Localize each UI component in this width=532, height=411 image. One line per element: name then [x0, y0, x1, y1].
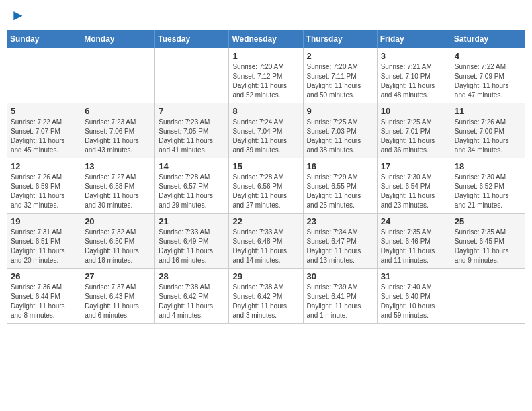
day-number: 9	[307, 106, 373, 116]
day-info: Sunrise: 7:28 AMSunset: 6:56 PMDaylight:…	[232, 173, 299, 210]
calendar-cell: 2Sunrise: 7:20 AMSunset: 7:11 PMDaylight…	[303, 48, 377, 103]
day-info: Sunrise: 7:24 AMSunset: 7:04 PMDaylight:…	[232, 118, 299, 155]
day-header-tuesday: Tuesday	[155, 30, 229, 48]
day-info: Sunrise: 7:26 AMSunset: 7:00 PMDaylight:…	[455, 118, 521, 155]
calendar-cell: 17Sunrise: 7:30 AMSunset: 6:54 PMDayligh…	[377, 158, 451, 214]
calendar-cell: 31Sunrise: 7:40 AMSunset: 6:40 PMDayligh…	[377, 269, 451, 324]
day-header-wednesday: Wednesday	[229, 30, 303, 48]
calendar-cell	[81, 48, 155, 103]
day-info: Sunrise: 7:20 AMSunset: 7:12 PMDaylight:…	[232, 62, 299, 100]
calendar-cell: 24Sunrise: 7:35 AMSunset: 6:46 PMDayligh…	[377, 214, 451, 269]
day-number: 16	[307, 161, 373, 171]
day-info: Sunrise: 7:35 AMSunset: 6:45 PMDaylight:…	[455, 228, 521, 265]
day-header-sunday: Sunday	[7, 30, 81, 48]
calendar-cell: 8Sunrise: 7:24 AMSunset: 7:04 PMDaylight…	[229, 103, 303, 158]
day-info: Sunrise: 7:29 AMSunset: 6:55 PMDaylight:…	[307, 173, 373, 210]
day-number: 21	[159, 216, 225, 226]
calendar-cell: 5Sunrise: 7:22 AMSunset: 7:07 PMDaylight…	[7, 103, 81, 158]
calendar-cell: 3Sunrise: 7:21 AMSunset: 7:10 PMDaylight…	[377, 48, 451, 103]
calendar-cell: 21Sunrise: 7:33 AMSunset: 6:49 PMDayligh…	[155, 214, 229, 269]
day-header-friday: Friday	[377, 30, 451, 48]
day-info: Sunrise: 7:22 AMSunset: 7:09 PMDaylight:…	[455, 62, 521, 100]
calendar-cell: 6Sunrise: 7:23 AMSunset: 7:06 PMDaylight…	[81, 103, 155, 158]
day-number: 29	[232, 271, 299, 281]
calendar-cell	[155, 48, 229, 103]
header: ►	[7, 7, 525, 24]
day-info: Sunrise: 7:40 AMSunset: 6:40 PMDaylight:…	[381, 283, 447, 320]
calendar-cell: 9Sunrise: 7:25 AMSunset: 7:03 PMDaylight…	[303, 103, 377, 158]
day-info: Sunrise: 7:37 AMSunset: 6:43 PMDaylight:…	[85, 283, 151, 320]
day-number: 15	[232, 161, 299, 171]
calendar-cell: 22Sunrise: 7:33 AMSunset: 6:48 PMDayligh…	[229, 214, 303, 269]
day-info: Sunrise: 7:33 AMSunset: 6:48 PMDaylight:…	[232, 228, 299, 265]
day-number: 24	[381, 216, 447, 226]
calendar-table: SundayMondayTuesdayWednesdayThursdayFrid…	[7, 30, 525, 324]
day-number: 5	[11, 106, 77, 116]
day-number: 20	[85, 216, 151, 226]
calendar-cell: 25Sunrise: 7:35 AMSunset: 6:45 PMDayligh…	[451, 214, 525, 269]
day-number: 27	[85, 271, 151, 281]
day-number: 22	[232, 216, 299, 226]
day-info: Sunrise: 7:23 AMSunset: 7:05 PMDaylight:…	[159, 118, 225, 155]
day-info: Sunrise: 7:34 AMSunset: 6:47 PMDaylight:…	[307, 228, 373, 265]
day-number: 8	[232, 106, 299, 116]
calendar-cell: 16Sunrise: 7:29 AMSunset: 6:55 PMDayligh…	[303, 158, 377, 214]
day-header-monday: Monday	[81, 30, 155, 48]
calendar-cell	[451, 269, 525, 324]
day-number: 28	[159, 271, 225, 281]
calendar-cell: 10Sunrise: 7:25 AMSunset: 7:01 PMDayligh…	[377, 103, 451, 158]
day-number: 12	[11, 161, 77, 171]
calendar-cell: 13Sunrise: 7:27 AMSunset: 6:58 PMDayligh…	[81, 158, 155, 214]
day-number: 4	[455, 51, 521, 61]
day-number: 1	[232, 51, 299, 61]
day-info: Sunrise: 7:22 AMSunset: 7:07 PMDaylight:…	[11, 118, 77, 155]
logo-icon: ►	[11, 7, 26, 24]
day-number: 30	[307, 271, 373, 281]
day-info: Sunrise: 7:30 AMSunset: 6:52 PMDaylight:…	[455, 173, 521, 210]
day-number: 7	[159, 106, 225, 116]
day-number: 26	[11, 271, 77, 281]
day-number: 14	[159, 161, 225, 171]
day-info: Sunrise: 7:36 AMSunset: 6:44 PMDaylight:…	[11, 283, 77, 320]
calendar-cell: 15Sunrise: 7:28 AMSunset: 6:56 PMDayligh…	[229, 158, 303, 214]
logo: ►	[9, 7, 26, 24]
day-info: Sunrise: 7:39 AMSunset: 6:41 PMDaylight:…	[307, 283, 373, 320]
day-number: 19	[11, 216, 77, 226]
calendar-cell: 12Sunrise: 7:26 AMSunset: 6:59 PMDayligh…	[7, 158, 81, 214]
calendar-cell: 28Sunrise: 7:38 AMSunset: 6:42 PMDayligh…	[155, 269, 229, 324]
day-number: 2	[307, 51, 373, 61]
day-info: Sunrise: 7:25 AMSunset: 7:03 PMDaylight:…	[307, 118, 373, 155]
calendar-cell: 27Sunrise: 7:37 AMSunset: 6:43 PMDayligh…	[81, 269, 155, 324]
calendar-cell: 26Sunrise: 7:36 AMSunset: 6:44 PMDayligh…	[7, 269, 81, 324]
calendar-cell: 20Sunrise: 7:32 AMSunset: 6:50 PMDayligh…	[81, 214, 155, 269]
day-number: 25	[455, 216, 521, 226]
day-info: Sunrise: 7:31 AMSunset: 6:51 PMDaylight:…	[11, 228, 77, 265]
calendar-cell: 1Sunrise: 7:20 AMSunset: 7:12 PMDaylight…	[229, 48, 303, 103]
calendar-cell: 18Sunrise: 7:30 AMSunset: 6:52 PMDayligh…	[451, 158, 525, 214]
day-info: Sunrise: 7:23 AMSunset: 7:06 PMDaylight:…	[85, 118, 151, 155]
day-info: Sunrise: 7:33 AMSunset: 6:49 PMDaylight:…	[159, 228, 225, 265]
day-number: 18	[455, 161, 521, 171]
day-number: 13	[85, 161, 151, 171]
day-info: Sunrise: 7:20 AMSunset: 7:11 PMDaylight:…	[307, 62, 373, 100]
calendar-cell: 4Sunrise: 7:22 AMSunset: 7:09 PMDaylight…	[451, 48, 525, 103]
day-info: Sunrise: 7:38 AMSunset: 6:42 PMDaylight:…	[159, 283, 225, 320]
day-info: Sunrise: 7:21 AMSunset: 7:10 PMDaylight:…	[381, 62, 447, 100]
calendar-cell: 30Sunrise: 7:39 AMSunset: 6:41 PMDayligh…	[303, 269, 377, 324]
day-number: 10	[381, 106, 447, 116]
day-info: Sunrise: 7:30 AMSunset: 6:54 PMDaylight:…	[381, 173, 447, 210]
calendar-cell: 7Sunrise: 7:23 AMSunset: 7:05 PMDaylight…	[155, 103, 229, 158]
calendar-cell	[7, 48, 81, 103]
calendar-cell: 19Sunrise: 7:31 AMSunset: 6:51 PMDayligh…	[7, 214, 81, 269]
day-info: Sunrise: 7:28 AMSunset: 6:57 PMDaylight:…	[159, 173, 225, 210]
day-number: 11	[455, 106, 521, 116]
day-info: Sunrise: 7:35 AMSunset: 6:46 PMDaylight:…	[381, 228, 447, 265]
day-header-saturday: Saturday	[451, 30, 525, 48]
calendar-cell: 29Sunrise: 7:38 AMSunset: 6:42 PMDayligh…	[229, 269, 303, 324]
day-number: 3	[381, 51, 447, 61]
day-info: Sunrise: 7:32 AMSunset: 6:50 PMDaylight:…	[85, 228, 151, 265]
day-number: 17	[381, 161, 447, 171]
day-number: 23	[307, 216, 373, 226]
day-info: Sunrise: 7:26 AMSunset: 6:59 PMDaylight:…	[11, 173, 77, 210]
calendar-cell: 23Sunrise: 7:34 AMSunset: 6:47 PMDayligh…	[303, 214, 377, 269]
